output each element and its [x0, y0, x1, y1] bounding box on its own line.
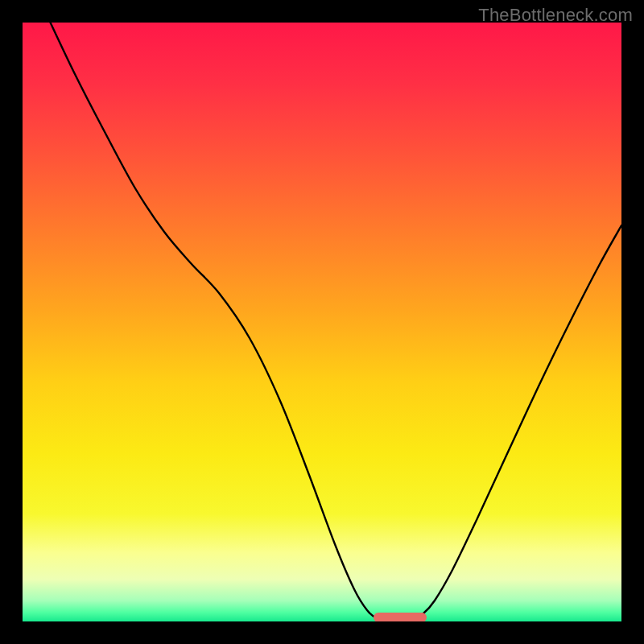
bottleneck-curve: [45, 23, 621, 620]
optimal-marker: [374, 613, 427, 621]
plot-area: [23, 23, 621, 621]
curve-layer: [23, 23, 621, 621]
chart-frame: TheBottleneck.com: [0, 0, 644, 644]
